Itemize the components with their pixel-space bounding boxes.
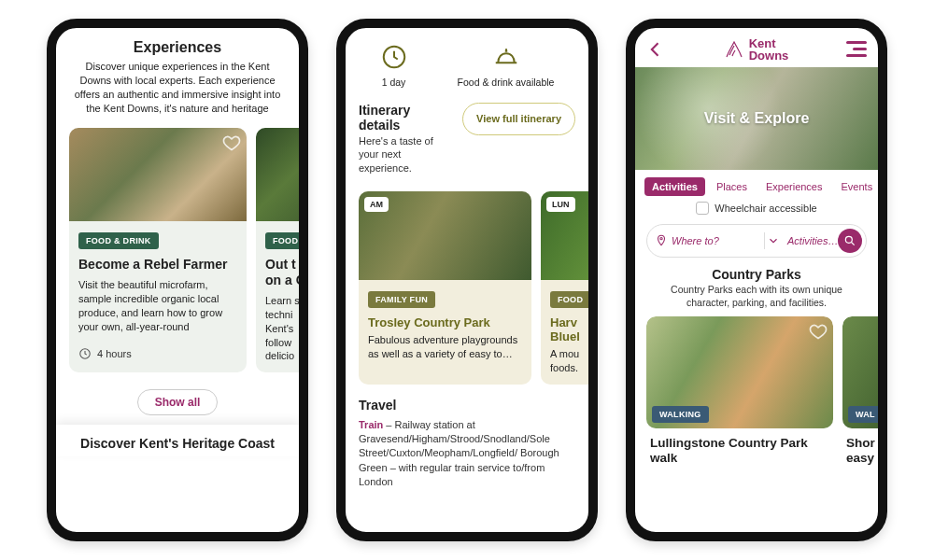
card-title: Trosley Country Park bbox=[368, 315, 522, 329]
category-tag: FOOD & DRINK bbox=[78, 232, 159, 249]
itinerary-card[interactable]: AM FAMILY FUN Trosley Country Park Fabul… bbox=[359, 191, 531, 385]
card-image: LUN bbox=[541, 191, 588, 280]
where-input[interactable]: Where to? bbox=[668, 235, 764, 246]
experience-card-partial[interactable]: FOOD Out t on a C Learn s techni Kent's … bbox=[256, 128, 299, 372]
brand-line2: Downs bbox=[749, 49, 789, 62]
next-section-title: Discover Kent's Heritage Coast bbox=[56, 425, 299, 456]
duration-meta: 4 hours bbox=[78, 347, 237, 360]
category-tag: FOOD bbox=[265, 232, 299, 249]
hero-title: Visit & Explore bbox=[704, 110, 810, 127]
card-image: WALKING bbox=[646, 316, 833, 428]
wheelchair-checkbox[interactable] bbox=[696, 202, 709, 215]
tab-events[interactable]: Events bbox=[834, 177, 879, 196]
park-card[interactable]: WALKING Lullingstone Country Park walk bbox=[646, 316, 833, 468]
time-badge: AM bbox=[364, 197, 389, 212]
card-title: Become a Rebel Farmer bbox=[78, 257, 237, 273]
clock-icon bbox=[380, 43, 408, 71]
info-duration: 1 day bbox=[380, 43, 408, 88]
screen: Experiences Discover unique experiences … bbox=[56, 28, 299, 532]
search-icon bbox=[843, 234, 856, 247]
back-icon[interactable] bbox=[646, 40, 665, 59]
screen: 1 day Food & drink available Itinerary d… bbox=[346, 28, 588, 532]
clock-icon bbox=[78, 347, 92, 360]
card-description: Visit the beautiful microfarm, sample in… bbox=[78, 278, 237, 333]
section-title: Experiences bbox=[69, 39, 286, 56]
card-description: Fabulous adventure playgrounds as well a… bbox=[368, 333, 522, 361]
svg-point-3 bbox=[845, 236, 852, 243]
tab-places[interactable]: Places bbox=[709, 177, 755, 196]
show-all-button[interactable]: Show all bbox=[137, 389, 219, 415]
travel-body: Train – Railway station at Gravesend/Hig… bbox=[359, 418, 575, 490]
tab-experiences[interactable]: Experiences bbox=[758, 177, 830, 196]
category-tag: WALKING bbox=[652, 406, 709, 423]
heart-icon[interactable] bbox=[222, 133, 241, 152]
park-cards-row[interactable]: WALKING Lullingstone Country Park walk W… bbox=[635, 316, 878, 468]
section-description: Discover unique experiences in the Kent … bbox=[69, 60, 286, 115]
section-description: Country Parks each with its own unique c… bbox=[652, 284, 861, 309]
tab-activities[interactable]: Activities bbox=[644, 177, 705, 196]
travel-mode-train: Train bbox=[359, 419, 383, 430]
chevron-down-icon[interactable] bbox=[765, 234, 782, 247]
tabs-row: Activities Places Experiences Events bbox=[635, 170, 878, 200]
logo-icon bbox=[723, 38, 745, 61]
card-image bbox=[69, 128, 247, 221]
itinerary-subtitle: Here's a taste of your next experience. bbox=[359, 134, 453, 175]
info-food: Food & drink available bbox=[458, 43, 555, 88]
category-tag: FAMILY FUN bbox=[368, 291, 435, 308]
card-image: WAL bbox=[842, 316, 878, 428]
hero-banner: Visit & Explore bbox=[635, 67, 878, 170]
category-tag: FOOD bbox=[550, 291, 588, 308]
phone-visit-explore: Kent Downs Visit & Explore Activities Pl… bbox=[626, 19, 887, 541]
heart-icon[interactable] bbox=[809, 322, 828, 341]
activities-input[interactable]: Activities… bbox=[782, 235, 838, 246]
travel-heading: Travel bbox=[359, 398, 575, 413]
brand-logo[interactable]: Kent Downs bbox=[723, 37, 789, 62]
search-bar: Where to? Activities… bbox=[646, 224, 867, 258]
phone-experiences: Experiences Discover unique experiences … bbox=[47, 19, 308, 541]
screen: Kent Downs Visit & Explore Activities Pl… bbox=[635, 28, 878, 532]
card-title-partial: Harv Bluel bbox=[550, 315, 588, 343]
menu-icon[interactable] bbox=[846, 41, 867, 58]
wheelchair-label: Wheelchair accessible bbox=[715, 203, 816, 214]
park-card-partial[interactable]: WAL Shor easy bbox=[842, 316, 878, 468]
card-title-partial: Out t on a C bbox=[265, 257, 299, 288]
section-title: Country Parks bbox=[635, 267, 878, 282]
view-full-itinerary-button[interactable]: View full itinerary bbox=[462, 103, 575, 135]
pin-icon bbox=[655, 234, 668, 247]
time-badge: LUN bbox=[546, 197, 575, 212]
card-title: Lullingstone Country Park walk bbox=[650, 436, 829, 466]
category-tag: WAL bbox=[848, 406, 878, 423]
info-label: Food & drink available bbox=[458, 77, 555, 88]
cloche-icon bbox=[492, 43, 520, 71]
card-description-partial: Learn s techni Kent's follow delicio bbox=[265, 294, 299, 363]
card-image bbox=[256, 128, 299, 221]
experience-cards-row[interactable]: FOOD & DRINK Become a Rebel Farmer Visit… bbox=[56, 128, 299, 372]
itinerary-title: Itinerary details bbox=[359, 103, 453, 133]
experience-card[interactable]: FOOD & DRINK Become a Rebel Farmer Visit… bbox=[69, 128, 247, 372]
itinerary-card-partial[interactable]: LUN FOOD Harv Bluel A mou foods. bbox=[541, 191, 588, 385]
card-description-partial: A mou foods. bbox=[550, 347, 588, 375]
info-label: 1 day bbox=[382, 77, 406, 88]
phone-itinerary: 1 day Food & drink available Itinerary d… bbox=[336, 19, 598, 541]
card-title-partial: Shor easy bbox=[846, 436, 878, 466]
itinerary-cards-row[interactable]: AM FAMILY FUN Trosley Country Park Fabul… bbox=[346, 186, 588, 385]
search-button[interactable] bbox=[838, 229, 862, 253]
svg-point-2 bbox=[660, 238, 662, 240]
card-image: AM bbox=[359, 191, 531, 280]
duration-text: 4 hours bbox=[97, 348, 132, 359]
